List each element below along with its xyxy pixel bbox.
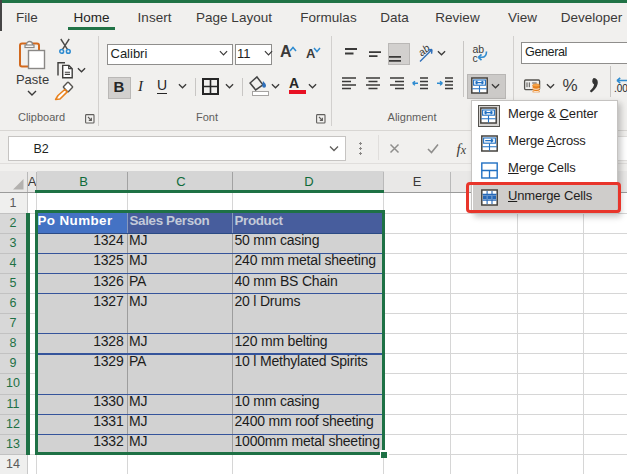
svg-text:c: c	[472, 52, 477, 64]
svg-text:.00: .00	[614, 83, 627, 94]
